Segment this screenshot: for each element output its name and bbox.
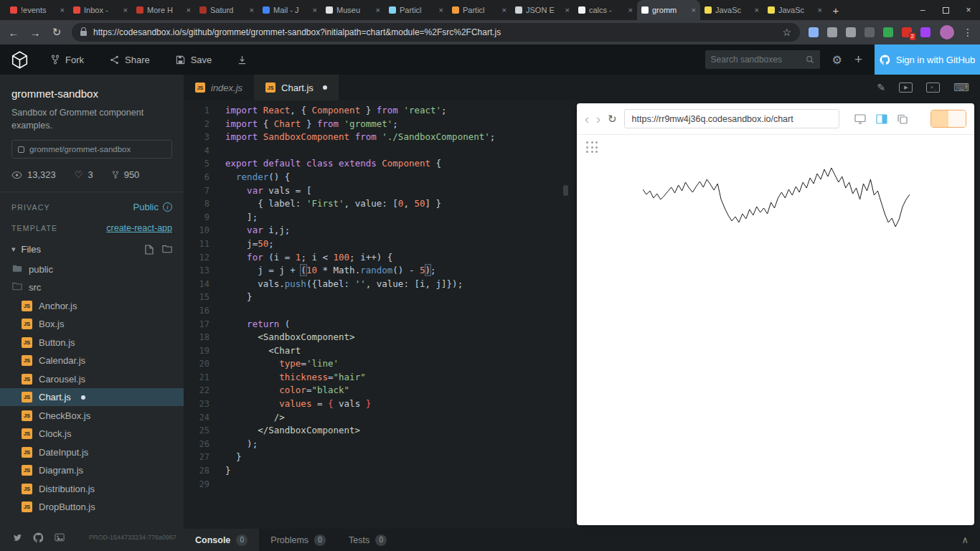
new-file-icon[interactable] <box>145 245 154 255</box>
signin-github-button[interactable]: Sign in with GitHub <box>875 44 980 75</box>
tab-close-icon[interactable]: × <box>692 6 696 14</box>
reload-button[interactable]: ↻ <box>50 26 63 39</box>
maximize-button[interactable] <box>934 0 957 20</box>
twitter-icon[interactable] <box>11 532 23 542</box>
console-mode-icon[interactable]: >_ <box>926 83 940 93</box>
privacy-value-wrap[interactable]: Public i <box>133 202 172 212</box>
tab-close-icon[interactable]: × <box>818 6 822 14</box>
bookmark-star-icon[interactable]: ☆ <box>782 27 791 38</box>
duplicate-icon[interactable] <box>897 114 908 124</box>
responsive-toggle-left[interactable] <box>931 110 948 127</box>
browser-tab[interactable]: JavaSc× <box>700 0 763 20</box>
tab-close-icon[interactable]: × <box>60 6 65 14</box>
tab-close-icon[interactable]: × <box>565 6 570 14</box>
address-bar[interactable]: https://codesandbox.io/s/github/grommet/… <box>72 23 800 42</box>
browser-tab[interactable]: !events× <box>6 0 69 20</box>
extension-red-icon[interactable]: 2 <box>902 27 913 38</box>
template-link[interactable]: create-react-app <box>106 223 172 233</box>
file-item-Diagram-js[interactable]: JSDiagram.js <box>0 461 184 480</box>
folder-item-public[interactable]: public <box>0 260 184 278</box>
extension-grid-icon[interactable] <box>920 27 931 38</box>
browser-tab[interactable]: More H× <box>132 0 195 20</box>
back-button[interactable]: ← <box>7 27 20 39</box>
new-folder-icon[interactable] <box>162 245 172 253</box>
tab-close-icon[interactable]: × <box>502 6 507 14</box>
github-footer-icon[interactable] <box>33 532 44 543</box>
browser-tab[interactable]: Mail - J× <box>258 0 321 20</box>
browser-menu-icon[interactable]: ⋮ <box>963 27 973 38</box>
tab-chart-js[interactable]: JS Chart.js <box>254 75 339 100</box>
split-view-icon[interactable] <box>876 114 887 124</box>
repo-box[interactable]: grommet/grommet-sandbox <box>11 140 172 159</box>
tab-close-icon[interactable]: × <box>313 6 317 14</box>
close-window-button[interactable]: × <box>957 0 980 20</box>
tab-close-icon[interactable]: × <box>628 6 633 14</box>
tab-close-icon[interactable]: × <box>755 6 759 14</box>
file-item-DateInput-js[interactable]: JSDateInput.js <box>0 443 184 461</box>
file-item-Box-js[interactable]: JSBox.js <box>0 315 184 334</box>
folder-item-src[interactable]: src <box>0 278 184 297</box>
browser-tab[interactable]: Saturd× <box>195 0 258 20</box>
browser-tab[interactable]: JSON E× <box>511 0 574 20</box>
tab-close-icon[interactable]: × <box>123 6 128 14</box>
new-sandbox-button[interactable]: + <box>854 52 862 67</box>
file-item-Distribution-js[interactable]: JSDistribution.js <box>0 479 184 498</box>
tab-close-icon[interactable]: × <box>187 6 191 14</box>
preview-url-input[interactable] <box>624 109 839 128</box>
browser-tab[interactable]: calcs -× <box>574 0 637 20</box>
status-item-tests[interactable]: Tests0 <box>337 529 398 551</box>
file-item-Carousel-js[interactable]: JSCarousel.js <box>0 369 184 388</box>
camera-icon[interactable] <box>864 27 875 38</box>
browser-tab[interactable]: Museu× <box>321 0 385 20</box>
minimize-button[interactable]: – <box>911 0 934 20</box>
keyboard-icon[interactable]: ⌨ <box>953 81 969 94</box>
status-item-problems[interactable]: Problems0 <box>259 529 337 551</box>
tab-close-icon[interactable]: × <box>439 6 443 14</box>
extension-gray-icon[interactable] <box>827 27 838 38</box>
likes-stat[interactable]: ♡ 3 <box>75 169 93 180</box>
preview-reload-icon[interactable]: ↻ <box>608 113 617 126</box>
file-item-Calendar-js[interactable]: JSCalendar.js <box>0 352 184 370</box>
files-header[interactable]: ▾ Files <box>11 244 172 255</box>
preview-mode-icon[interactable]: ▶ <box>899 83 913 93</box>
code-editor[interactable]: 1import React, { Component } from 'react… <box>184 100 574 529</box>
sandbox-search[interactable] <box>705 50 820 69</box>
search-input[interactable] <box>711 55 801 65</box>
share-button[interactable]: Share <box>110 55 150 65</box>
responsive-toggle[interactable] <box>930 110 966 128</box>
edit-mode-icon[interactable]: ✎ <box>877 82 886 93</box>
file-item-Anchor-js[interactable]: JSAnchor.js <box>0 296 184 315</box>
file-item-Button-js[interactable]: JSButton.js <box>0 333 184 352</box>
tab-index-js[interactable]: JS index.js <box>184 75 254 100</box>
extension-blue-icon[interactable] <box>809 27 819 38</box>
browser-tab[interactable]: gromm× <box>637 0 700 20</box>
file-item-Clock-js[interactable]: JSClock.js <box>0 425 184 443</box>
browser-tab[interactable]: Particl× <box>385 0 448 20</box>
expand-console-icon[interactable]: ∧ <box>961 534 980 545</box>
browser-tab[interactable]: Inbox -× <box>69 0 132 20</box>
resize-handle[interactable] <box>586 141 598 154</box>
browser-tab[interactable]: Particl× <box>448 0 511 20</box>
info-icon[interactable]: i <box>163 202 172 212</box>
new-tab-button[interactable]: + <box>826 1 845 19</box>
profile-avatar[interactable] <box>940 25 954 39</box>
preview-back-icon[interactable]: ‹ <box>585 113 589 126</box>
download-button[interactable] <box>237 55 247 65</box>
file-item-CheckBox-js[interactable]: JSCheckBox.js <box>0 406 184 425</box>
file-item-DropButton-js[interactable]: JSDropButton.js <box>0 498 184 517</box>
forward-button[interactable]: → <box>29 27 42 39</box>
tab-close-icon[interactable]: × <box>250 6 254 14</box>
tab-close-icon[interactable]: × <box>376 6 380 14</box>
settings-gear-icon[interactable]: ⚙ <box>832 53 842 67</box>
save-button[interactable]: Save <box>176 55 212 65</box>
cast-icon[interactable] <box>846 27 857 38</box>
responsive-toggle-right[interactable] <box>948 110 966 127</box>
shield-icon[interactable] <box>883 27 894 38</box>
monitor-icon[interactable] <box>854 114 866 124</box>
browser-tab[interactable]: JavaSc× <box>763 0 826 20</box>
status-item-console[interactable]: Console0 <box>184 529 259 551</box>
codesandbox-logo-icon[interactable] <box>10 50 29 70</box>
editor-scrollbar-thumb[interactable] <box>563 185 568 196</box>
file-item-Chart-js[interactable]: JSChart.js <box>0 388 184 407</box>
image-icon[interactable] <box>54 532 65 542</box>
